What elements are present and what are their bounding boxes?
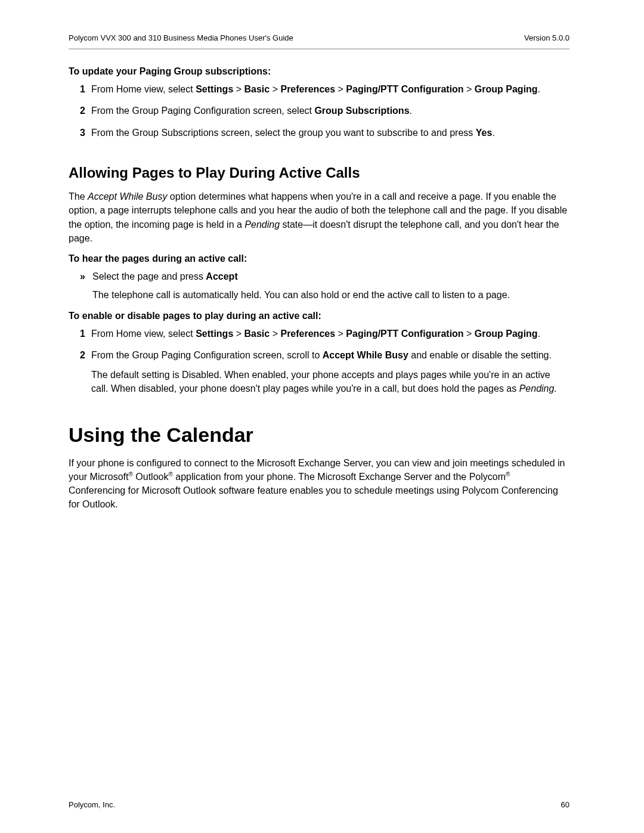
procedure-title: To hear the pages during an active call:: [69, 253, 569, 264]
ordered-step: 3 From the Group Subscriptions screen, s…: [69, 126, 569, 140]
ordered-step: 2 From the Group Paging Configuration sc…: [69, 349, 569, 396]
page-footer: Polycom, Inc. 60: [69, 800, 569, 809]
step-number: 3: [69, 126, 91, 140]
step-number: 1: [69, 327, 91, 340]
header-rule: [69, 48, 569, 49]
step-continuation: The telephone call is automatically held…: [92, 288, 569, 302]
registered-mark-icon: ®: [168, 471, 172, 478]
step-continuation: The default setting is Disabled. When en…: [91, 368, 569, 395]
document-page: Polycom VVX 300 and 310 Business Media P…: [0, 0, 644, 833]
registered-mark-icon: ®: [128, 471, 132, 478]
step-body: From the Group Paging Configuration scre…: [91, 349, 569, 396]
bullet-marker: »: [69, 270, 92, 283]
chapter-heading: Using the Calendar: [69, 423, 569, 447]
section-heading: Allowing Pages to Play During Active Cal…: [69, 165, 569, 181]
step-body: From the Group Paging Configuration scre…: [91, 104, 569, 117]
running-header: Polycom VVX 300 and 310 Business Media P…: [69, 33, 569, 42]
body-paragraph: The Accept While Busy option determines …: [69, 190, 569, 245]
step-number: 2: [69, 349, 91, 396]
step-body: From Home view, select Settings > Basic …: [91, 83, 569, 96]
step-body: From the Group Subscriptions screen, sel…: [91, 126, 569, 140]
procedure-title: To update your Paging Group subscription…: [69, 66, 569, 77]
footer-company: Polycom, Inc.: [69, 800, 115, 809]
ordered-step: 2 From the Group Paging Configuration sc…: [69, 104, 569, 117]
ordered-step: 1 From Home view, select Settings > Basi…: [69, 83, 569, 96]
doc-title: Polycom VVX 300 and 310 Business Media P…: [69, 33, 293, 42]
bullet-body: Select the page and press Accept: [92, 270, 569, 283]
registered-mark-icon: ®: [506, 471, 510, 478]
step-number: 1: [69, 83, 91, 96]
procedure-title: To enable or disable pages to play durin…: [69, 311, 569, 321]
ordered-step: 1 From Home view, select Settings > Basi…: [69, 327, 569, 340]
step-body: From Home view, select Settings > Basic …: [91, 327, 569, 340]
body-paragraph: If your phone is configured to connect t…: [69, 456, 569, 512]
step-number: 2: [69, 104, 91, 117]
bullet-item: » Select the page and press Accept: [69, 270, 569, 283]
version-label: Version 5.0.0: [524, 33, 569, 42]
page-number: 60: [561, 800, 569, 809]
